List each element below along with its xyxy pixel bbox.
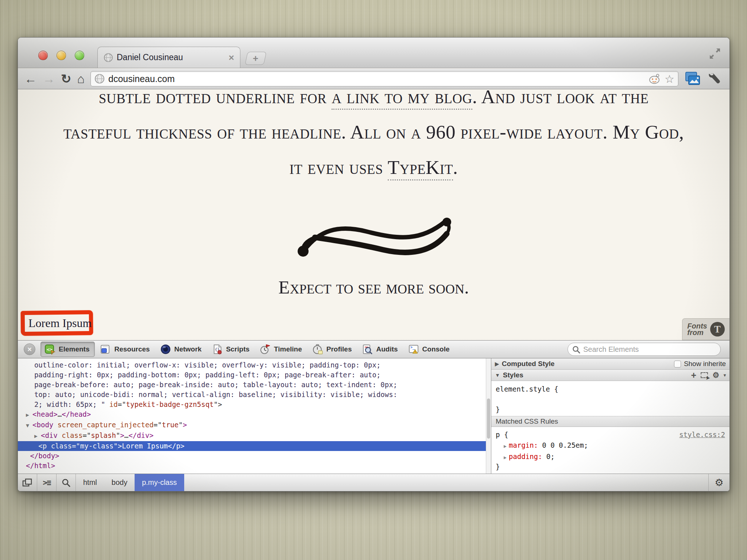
minimize-window-button[interactable] (57, 51, 66, 60)
rule-selector[interactable]: p { (496, 429, 508, 440)
matched-rule: p { style.css:2 ▶margin: 0 0 0.25em;▶pad… (491, 427, 729, 473)
swash-ornament (294, 205, 454, 260)
blog-link[interactable]: a link to my blog (332, 89, 472, 110)
dom-line[interactable]: page-break-before: auto; page-break-insi… (18, 380, 491, 390)
lorem-paragraph[interactable]: Lorem Ipsum (25, 316, 92, 330)
tab-timeline[interactable]: Timeline (256, 342, 307, 357)
console-prompt-icon: >≡ (43, 478, 50, 487)
audits-icon (362, 344, 373, 355)
styles-sidebar: ▶ Computed Style Show inherite ▼ Styles … (491, 358, 729, 474)
element-style-block[interactable]: element.style { } (491, 381, 729, 416)
expect-line: Expect to see more soon. (18, 277, 729, 298)
headline-text: it even uses (289, 157, 387, 178)
wrench-menu-icon[interactable] (707, 71, 723, 86)
breadcrumb-p-my-class[interactable]: p.my-class (135, 474, 184, 491)
search-button[interactable] (57, 474, 76, 491)
zoom-window-button[interactable] (75, 51, 84, 60)
titlebar[interactable]: Daniel Cousineau × + (18, 38, 729, 68)
tab-label: Resources (114, 345, 150, 353)
headline-line-2: tasteful thickness of the headline. All … (24, 114, 724, 150)
css-property[interactable]: ▶padding: 0; (496, 451, 725, 463)
matched-css-rules-header: Matched CSS Rules (491, 416, 729, 427)
images-extension-icon[interactable] (684, 71, 701, 86)
disclosure-triangle-icon: ▶ (504, 443, 507, 449)
tab-profiles[interactable]: Profiles (309, 342, 357, 357)
devtools-toolbar: × <> Elements Resources (18, 340, 729, 358)
typekit-logo-icon: T (710, 322, 725, 337)
dom-line[interactable]: ▶ <div class="splash">…</div> (18, 431, 491, 441)
dom-line[interactable]: <p class="my-class">Lorem Ipsum</p> (18, 441, 491, 451)
reload-button[interactable]: ↻ (61, 73, 71, 85)
tab-scripts[interactable]: {} Scripts (208, 342, 255, 357)
computed-style-header[interactable]: ▶ Computed Style Show inherite (491, 358, 729, 370)
dom-line[interactable]: outline-color: initial; overflow-x: visi… (18, 360, 491, 370)
computed-style-label: Computed Style (502, 360, 555, 368)
back-button[interactable]: ← (24, 73, 37, 85)
show-inherited-checkbox[interactable] (674, 361, 681, 368)
dom-line[interactable]: 2; width: 65px; " id="typekit-badge-gzn5… (18, 400, 491, 409)
dom-line[interactable]: padding-right: 0px; padding-bottom: 0px;… (18, 370, 491, 380)
dom-scrollbar[interactable] (486, 358, 491, 474)
new-style-rule-icon[interactable]: + (691, 370, 697, 381)
tab-title: Daniel Cousineau (117, 52, 225, 62)
url-input[interactable] (108, 74, 645, 84)
lorem-highlight-box: Lorem Ipsum (21, 310, 93, 336)
dom-line[interactable]: ▶ <head>…</head> (18, 409, 491, 420)
tab-label: Elements (59, 345, 89, 353)
window-controls (38, 51, 84, 60)
tab-audits[interactable]: Audits (358, 342, 403, 357)
home-button[interactable]: ⌂ (77, 73, 85, 85)
address-bar[interactable]: ☆ (90, 71, 678, 86)
settings-gear-button[interactable]: ⚙ (708, 474, 729, 491)
headline-text: subtle dotted underline for (99, 89, 332, 107)
tab-close-icon[interactable]: × (229, 53, 234, 62)
network-icon (160, 344, 171, 355)
dom-line[interactable]: ▼ <body screen_capture_injected="true"> (18, 420, 491, 431)
tab-label: Profiles (326, 345, 352, 353)
breadcrumb-html[interactable]: html (76, 474, 104, 491)
css-property[interactable]: ▶margin: 0 0 0.25em; (496, 440, 725, 451)
browser-tab[interactable]: Daniel Cousineau × (97, 47, 240, 68)
styles-gear-icon[interactable]: ⚙ (712, 371, 719, 380)
devtools-statusbar: >≡ html body p.my-class ⚙ (18, 474, 729, 491)
console-drawer-button[interactable]: >≡ (37, 474, 56, 491)
close-window-button[interactable] (38, 51, 48, 60)
element-picker-icon[interactable] (701, 372, 708, 378)
dom-line[interactable]: top: auto; unicode-bidi: normal; vertica… (18, 390, 491, 400)
resize-arrows-icon[interactable] (708, 47, 721, 60)
profiles-icon (312, 344, 323, 355)
tab-network[interactable]: Network (156, 342, 207, 357)
breadcrumb-body[interactable]: body (104, 474, 135, 491)
headline: subtle dotted underline for a link to my… (24, 89, 724, 185)
typekit-badge-words: Fonts from (687, 323, 707, 336)
plus-icon: + (253, 53, 258, 64)
disclosure-triangle-icon: ▼ (495, 372, 500, 378)
dock-icon (22, 478, 32, 487)
reddit-extension-icon[interactable] (649, 73, 661, 84)
gear-dropdown-arrow-icon: ▾ (724, 373, 726, 378)
devtools-search (568, 343, 721, 356)
dom-line[interactable]: </html> (18, 461, 491, 471)
tab-console[interactable]: >_ ! Console (405, 342, 455, 357)
tab-label: Audits (376, 345, 398, 353)
tab-resources[interactable]: Resources (96, 342, 155, 357)
typekit-link[interactable]: TypeKit (388, 157, 453, 180)
tab-label: Network (174, 345, 202, 353)
tab-elements[interactable]: <> Elements (40, 342, 95, 357)
styles-header[interactable]: ▼ Styles + ⚙▾ (491, 370, 729, 381)
devtools-close-button[interactable]: × (24, 343, 35, 355)
magnifier-icon (61, 478, 71, 487)
elements-dom-tree: outline-color: initial; overflow-x: visi… (18, 358, 491, 474)
dock-side-button[interactable] (18, 474, 37, 491)
bookmark-star-icon[interactable]: ☆ (665, 73, 674, 85)
forward-button[interactable]: → (43, 73, 55, 85)
dom-line[interactable]: </body> (18, 451, 491, 461)
stylesheet-link[interactable]: style.css:2 (679, 429, 725, 440)
globe-icon (94, 74, 105, 84)
new-tab-button[interactable]: + (245, 52, 267, 65)
search-elements-input[interactable] (568, 343, 721, 356)
scripts-icon: {} (212, 344, 223, 355)
headline-text: . (453, 157, 458, 178)
rule-close-brace: } (496, 463, 725, 471)
typekit-badge[interactable]: Fonts from T (682, 318, 729, 340)
